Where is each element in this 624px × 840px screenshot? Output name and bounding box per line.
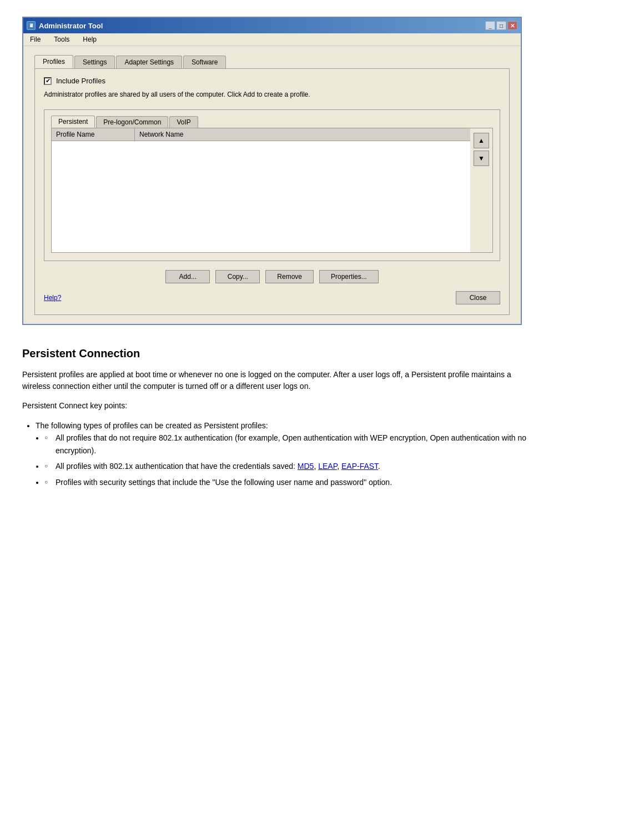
- sub-bullet2-prefix: All profiles with 802.1x authentication …: [56, 462, 295, 471]
- arrow-up-button[interactable]: ▲: [474, 133, 489, 148]
- profile-table-body[interactable]: [52, 141, 470, 252]
- inner-panel-content: Profile Name Network Name ▲ ▼: [51, 128, 493, 253]
- sub-bullet-1: All profiles that do not require 802.1x …: [44, 432, 533, 457]
- inner-tab-persistent[interactable]: Persistent: [51, 116, 95, 128]
- minimize-button[interactable]: _: [485, 21, 495, 30]
- properties-button[interactable]: Properties...: [319, 270, 379, 283]
- bullet-item-1: The following types of profiles can be c…: [36, 419, 533, 488]
- inner-panel: Persistent Pre-logon/Common VoIP Profile…: [44, 109, 500, 261]
- link-eap-fast[interactable]: EAP-FAST: [341, 462, 378, 471]
- main-tab-bar: Profiles Settings Adapter Settings Softw…: [34, 55, 510, 68]
- key-points-list: The following types of profiles can be c…: [36, 419, 533, 488]
- col-header-profile-name: Profile Name: [52, 128, 135, 141]
- bullet1-text: The following types of profiles can be c…: [36, 421, 268, 430]
- app-icon: 🖥: [27, 21, 36, 30]
- inner-tab-bar: Persistent Pre-logon/Common VoIP: [51, 116, 493, 128]
- arrow-down-button[interactable]: ▼: [474, 151, 489, 166]
- sub-bullet2-suffix: .: [378, 462, 380, 471]
- help-close-row: Help? Close: [44, 289, 500, 307]
- window-wrapper: 🖥 Administrator Tool _ □ ✕ File Tools He…: [0, 0, 624, 336]
- profile-table-header: Profile Name Network Name: [52, 128, 470, 141]
- article-content: Persistent Connection Persistent profile…: [0, 336, 555, 504]
- administrator-tool-window: 🖥 Administrator Tool _ □ ✕ File Tools He…: [22, 17, 522, 325]
- include-profiles-row: ✔ Include Profiles: [44, 77, 500, 85]
- include-profiles-checkbox[interactable]: ✔: [44, 77, 52, 85]
- window-content: Profiles Settings Adapter Settings Softw…: [23, 46, 521, 324]
- article-heading: Persistent Connection: [22, 347, 533, 360]
- arrow-buttons: ▲ ▼: [470, 128, 492, 252]
- include-profiles-label: Include Profiles: [56, 77, 105, 85]
- window-close-button[interactable]: ✕: [507, 21, 517, 30]
- tab-settings[interactable]: Settings: [74, 56, 115, 68]
- add-button[interactable]: Add...: [165, 270, 210, 283]
- sub-bullet1-text: All profiles that do not require 802.1x …: [56, 433, 526, 454]
- maximize-button[interactable]: □: [496, 21, 506, 30]
- tab-adapter-settings[interactable]: Adapter Settings: [116, 56, 182, 68]
- menu-bar: File Tools Help: [23, 33, 521, 46]
- arrow-up-icon: ▲: [478, 137, 485, 144]
- arrow-down-icon: ▼: [478, 154, 485, 162]
- copy-button[interactable]: Copy...: [215, 270, 260, 283]
- help-link[interactable]: Help?: [44, 294, 61, 302]
- close-button[interactable]: Close: [456, 291, 500, 304]
- remove-button[interactable]: Remove: [265, 270, 314, 283]
- titlebar-left: 🖥 Administrator Tool: [27, 21, 103, 30]
- key-points-label: Persistent Connect key points:: [22, 400, 533, 412]
- titlebar: 🖥 Administrator Tool _ □ ✕: [23, 18, 521, 33]
- sub-bullet3-text: Profiles with security settings that inc…: [56, 478, 392, 487]
- tab-software[interactable]: Software: [183, 56, 226, 68]
- article-paragraph1: Persistent profiles are applied at boot …: [22, 369, 533, 392]
- inner-tab-prelogon[interactable]: Pre-logon/Common: [96, 116, 168, 128]
- main-panel: ✔ Include Profiles Administrator profile…: [34, 68, 510, 315]
- inner-tab-voip[interactable]: VoIP: [169, 116, 198, 128]
- menu-tools[interactable]: Tools: [52, 34, 72, 44]
- profile-table-area: Profile Name Network Name: [52, 128, 470, 252]
- titlebar-buttons: _ □ ✕: [485, 21, 517, 30]
- bottom-buttons: Add... Copy... Remove Properties...: [44, 270, 500, 283]
- description-text: Administrator profiles are shared by all…: [44, 91, 500, 98]
- link-md5[interactable]: MD5: [298, 462, 314, 471]
- col-header-network-name: Network Name: [135, 128, 229, 141]
- sub-list: All profiles that do not require 802.1x …: [44, 432, 533, 488]
- menu-file[interactable]: File: [28, 34, 43, 44]
- link-leap[interactable]: LEAP: [318, 462, 337, 471]
- tab-profiles[interactable]: Profiles: [34, 55, 73, 68]
- sub-bullet-2: All profiles with 802.1x authentication …: [44, 460, 533, 472]
- window-title: Administrator Tool: [39, 22, 103, 30]
- sub-bullet-3: Profiles with security settings that inc…: [44, 476, 533, 488]
- menu-help[interactable]: Help: [80, 34, 99, 44]
